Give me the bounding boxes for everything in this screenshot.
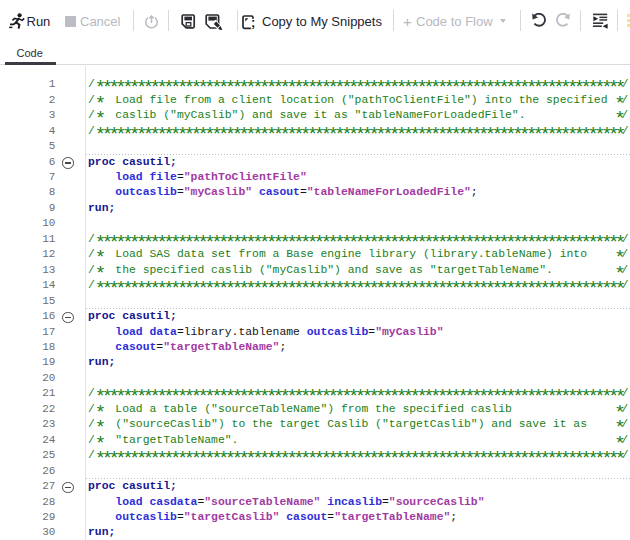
svg-text:;: ; [251, 15, 255, 30]
